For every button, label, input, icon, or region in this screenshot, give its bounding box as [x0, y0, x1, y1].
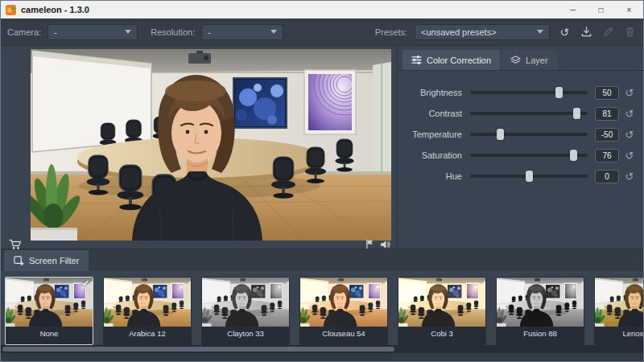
speaker-icon[interactable] [380, 238, 390, 253]
app-window: cameleon - 1.3.0 ─ □ × Camera: - Resolut… [0, 0, 644, 362]
horizontal-scrollbar[interactable] [1, 345, 643, 353]
panel-tabs: Color Correction Layer [398, 46, 644, 71]
slider-handle[interactable] [570, 150, 577, 161]
save-preset-icon[interactable] [579, 25, 593, 39]
slider-label: Brightness [401, 88, 470, 97]
contrast-slider[interactable] [470, 108, 588, 119]
tab-layer[interactable]: Layer [502, 50, 557, 70]
slider-label: Temperature [401, 130, 470, 139]
filter-tabstrip: Screen Filter [1, 249, 643, 271]
reset-preset-icon[interactable]: ↺ [557, 25, 572, 39]
minimize-button[interactable]: ─ [559, 1, 587, 19]
slider-row-saturation: Saturation 76 ↺ [401, 145, 636, 166]
filter-tab-label: Screen Filter [29, 256, 79, 265]
slider-handle[interactable] [526, 171, 533, 182]
chevron-down-icon [125, 30, 131, 34]
filter-card-label: Clayton 33 [202, 327, 289, 340]
resolution-label: Resolution: [151, 27, 195, 37]
filter-card-none[interactable]: ✓ None [5, 277, 93, 345]
titlebar: cameleon - 1.3.0 ─ □ × [1, 1, 643, 19]
filter-card-fusion-88[interactable]: Fusion 88 [496, 277, 584, 345]
resolution-select-value: - [208, 27, 266, 37]
filter-card-arabica-12[interactable]: Arabica 12 [103, 277, 192, 345]
slider-row-brightness: Brightness 50 ↺ [401, 82, 636, 103]
presets-select-value: <unsaved presets> [421, 27, 532, 37]
app-icon [6, 5, 16, 15]
slider-list: Brightness 50 ↺ Contrast 81 ↺ Temperatur… [398, 71, 644, 187]
slider-label: Saturation [401, 150, 470, 160]
slider-handle[interactable] [573, 108, 580, 119]
filter-card-clouseau-54[interactable]: Clouseau 54 [299, 277, 388, 345]
filter-list: ✓ None Arabica 12 Clayton 33 Clouseau 54… [1, 271, 643, 345]
slider-label: Hue [401, 171, 470, 181]
reset-icon[interactable]: ↺ [623, 108, 636, 120]
camera-preview [31, 49, 391, 241]
slider-value[interactable]: 81 [595, 107, 619, 121]
slider-value[interactable]: 76 [595, 149, 619, 162]
checkmark-icon: ✓ [82, 278, 89, 289]
saturation-slider[interactable] [470, 150, 588, 161]
filter-card-label: Clouseau 54 [300, 327, 387, 340]
filter-card-label: Cobi 3 [398, 327, 485, 340]
slider-value[interactable]: 50 [595, 86, 619, 100]
slider-value[interactable]: -50 [595, 128, 619, 142]
slider-value[interactable]: 0 [595, 170, 619, 183]
resolution-select[interactable]: - [201, 24, 283, 40]
filter-card-label: Arabica 12 [104, 327, 191, 340]
temperature-slider[interactable] [470, 129, 588, 140]
flag-icon[interactable] [365, 238, 374, 253]
presets-select[interactable]: <unsaved presets> [415, 24, 550, 40]
camera-select-value: - [54, 27, 120, 37]
brightness-slider[interactable] [470, 87, 588, 98]
tab-label: Color Correction [427, 56, 491, 65]
sliders-icon [411, 56, 422, 64]
reset-icon[interactable]: ↺ [623, 87, 636, 99]
slider-row-hue: Hue 0 ↺ [401, 166, 636, 187]
slider-label: Contrast [401, 109, 470, 118]
close-button[interactable]: × [615, 1, 643, 19]
chevron-down-icon [270, 30, 277, 34]
camera-preview-image [31, 49, 391, 241]
slider-row-temperature: Temperature -50 ↺ [401, 124, 636, 145]
delete-preset-icon[interactable] [622, 25, 637, 39]
hue-slider[interactable] [470, 171, 588, 182]
screen-filter-icon [14, 256, 24, 266]
tab-color-correction[interactable]: Color Correction [402, 50, 500, 70]
filter-card-label: None [6, 327, 93, 340]
presets-label: Presets: [375, 27, 407, 37]
layers-icon [510, 56, 521, 64]
chevron-down-icon [537, 30, 543, 34]
scrollbar-thumb[interactable] [2, 347, 394, 352]
camera-select[interactable]: - [47, 24, 138, 40]
slider-row-contrast: Contrast 81 ↺ [401, 103, 636, 124]
filter-card-cobi-3[interactable]: Cobi 3 [398, 277, 486, 345]
toolbar: Camera: - Resolution: - Presets: <unsave… [1, 19, 643, 46]
cart-icon[interactable] [9, 239, 22, 253]
filter-card-label: Lenox 34 [595, 327, 643, 340]
color-panel: Color Correction Layer Brightness 50 ↺ C… [397, 46, 644, 249]
bottom-strip [1, 353, 643, 361]
camera-label: Camera: [7, 27, 41, 37]
reset-icon[interactable]: ↺ [623, 171, 636, 183]
window-title: cameleon - 1.3.0 [21, 5, 89, 14]
edit-preset-icon[interactable] [601, 25, 615, 39]
filter-card-clayton-33[interactable]: Clayton 33 [201, 277, 290, 345]
filter-card-label: Fusion 88 [497, 327, 584, 340]
slider-handle[interactable] [555, 87, 563, 98]
slider-handle[interactable] [497, 129, 504, 140]
reset-icon[interactable]: ↺ [623, 150, 636, 162]
tab-label: Layer [526, 56, 548, 65]
maximize-button[interactable]: □ [587, 1, 615, 19]
main-area: Color Correction Layer Brightness 50 ↺ C… [1, 46, 643, 249]
filter-card-lenox-34[interactable]: Lenox 34 [594, 277, 643, 345]
reset-icon[interactable]: ↺ [623, 129, 636, 141]
